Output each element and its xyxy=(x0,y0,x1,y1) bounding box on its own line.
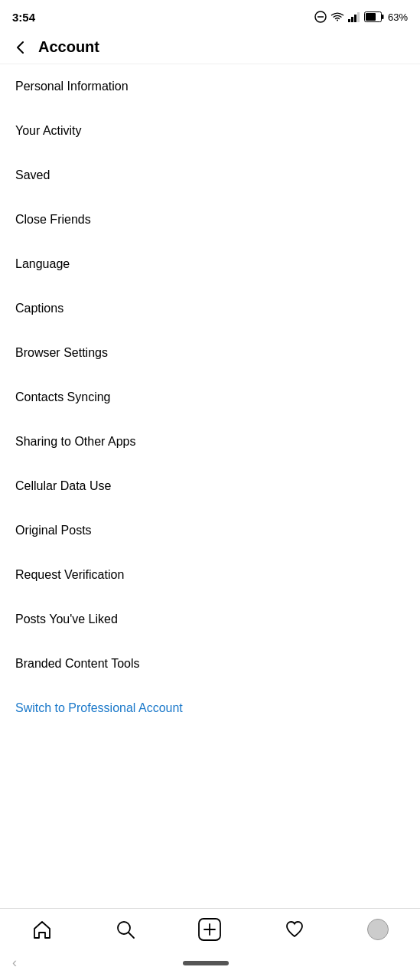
nav-heart[interactable] xyxy=(284,919,305,940)
menu-item-captions[interactable]: Captions xyxy=(0,286,420,331)
menu-item-posts-youve-liked[interactable]: Posts You've Liked xyxy=(0,597,420,642)
menu-item-your-activity[interactable]: Your Activity xyxy=(0,109,420,153)
nav-add[interactable] xyxy=(198,918,221,941)
home-pill xyxy=(183,961,229,965)
menu-item-cellular-data-use[interactable]: Cellular Data Use xyxy=(0,464,420,508)
menu-item-close-friends[interactable]: Close Friends xyxy=(0,198,420,242)
back-chevron: ‹ xyxy=(12,955,17,971)
wifi-icon xyxy=(330,11,344,22)
menu-item-saved[interactable]: Saved xyxy=(0,153,420,198)
home-indicator: ‹ xyxy=(0,949,420,980)
menu-item-original-posts[interactable]: Original Posts xyxy=(0,508,420,553)
nav-home[interactable] xyxy=(31,919,53,940)
menu-item-personal-information[interactable]: Personal Information xyxy=(0,64,420,109)
svg-line-10 xyxy=(129,933,134,938)
battery-icon xyxy=(364,11,384,22)
profile-avatar xyxy=(367,919,389,940)
back-button[interactable] xyxy=(12,39,29,56)
menu-item-branded-content-tools[interactable]: Branded Content Tools xyxy=(0,642,420,686)
battery-percent: 63% xyxy=(388,11,408,23)
header: Account xyxy=(0,31,420,64)
svg-rect-2 xyxy=(348,19,350,22)
search-icon xyxy=(115,919,136,940)
bottom-nav xyxy=(0,908,420,949)
menu-item-browser-settings[interactable]: Browser Settings xyxy=(0,331,420,375)
svg-rect-4 xyxy=(354,15,357,22)
nav-profile[interactable] xyxy=(367,919,389,940)
menu-item-sharing-to-other-apps[interactable]: Sharing to Other Apps xyxy=(0,420,420,464)
page-title: Account xyxy=(38,38,99,56)
back-arrow-icon xyxy=(12,39,29,56)
menu-item-switch-professional[interactable]: Switch to Professional Account xyxy=(0,686,420,730)
home-icon xyxy=(31,919,53,940)
status-icons: 63% xyxy=(314,11,408,23)
svg-rect-5 xyxy=(357,12,360,22)
heart-icon xyxy=(284,919,305,940)
svg-rect-8 xyxy=(366,13,376,21)
menu-item-request-verification[interactable]: Request Verification xyxy=(0,553,420,597)
signal-icon xyxy=(348,11,360,22)
add-icon xyxy=(198,918,221,941)
menu-item-language[interactable]: Language xyxy=(0,242,420,286)
menu-item-contacts-syncing[interactable]: Contacts Syncing xyxy=(0,375,420,420)
nav-search[interactable] xyxy=(115,919,136,940)
status-bar: 3:54 63% xyxy=(0,0,420,31)
status-time: 3:54 xyxy=(12,11,35,24)
svg-rect-3 xyxy=(351,17,353,22)
svg-rect-7 xyxy=(382,15,384,19)
menu-list: Personal InformationYour ActivitySavedCl… xyxy=(0,64,420,908)
do-not-disturb-icon xyxy=(314,11,327,23)
